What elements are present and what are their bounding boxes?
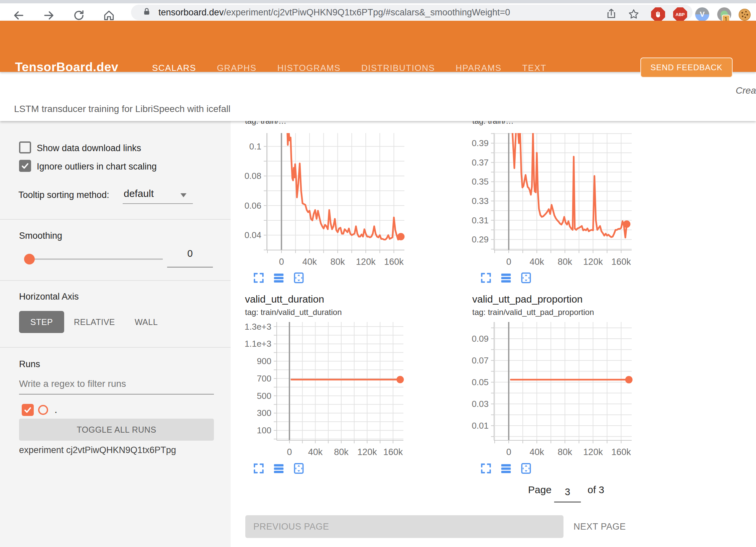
share-icon[interactable]	[606, 8, 617, 21]
chart-header-valid-utt-duration: valid_utt_duration tag: train/valid_utt_…	[245, 294, 342, 317]
chevron-down-icon[interactable]	[180, 193, 186, 197]
show-download-links-label: Show data download links	[37, 143, 141, 153]
chart-tag: tag: train/valid_utt_duration	[245, 308, 342, 317]
settings-sidebar: Show data download links Ignore outliers…	[0, 121, 231, 547]
x-tick-label: 160k	[383, 447, 403, 457]
chart-tag-clipped: tag: train/…	[472, 120, 629, 126]
x-tick-label: 80k	[558, 257, 573, 267]
ignore-outliers-label: Ignore outliers in chart scaling	[37, 161, 157, 172]
runs-filter-input[interactable]	[19, 378, 214, 389]
created-text-fragment: Crea	[736, 85, 756, 96]
chart-toolbar-4	[480, 462, 532, 475]
fit-domain-icon[interactable]	[520, 462, 532, 475]
smoothing-slider-track[interactable]	[35, 258, 163, 260]
x-tick-label: 160k	[611, 257, 631, 267]
expand-chart-icon[interactable]	[252, 271, 265, 284]
chart-title: valid_utt_duration	[245, 294, 342, 305]
expand-chart-icon[interactable]	[480, 462, 492, 475]
x-tick-label: 120k	[583, 447, 603, 457]
chart-plot-area-3[interactable]	[277, 322, 403, 440]
chart-plot-area-2[interactable]	[494, 133, 632, 250]
tab-hparams[interactable]: HPARAMS	[456, 63, 501, 73]
forward-icon[interactable]	[42, 9, 55, 22]
app-header: TensorBoard.dev SCALARS GRAPHS HISTOGRAM…	[0, 21, 756, 72]
cookie-icon[interactable]	[738, 8, 752, 22]
runs-filter-underline	[19, 394, 214, 395]
smoothing-label: Smoothing	[19, 231, 62, 241]
x-tick-label: 120k	[583, 257, 603, 267]
send-feedback-button[interactable]: SEND FEEDBACK	[640, 58, 733, 78]
y-tick-label: 0.08	[244, 171, 261, 181]
next-page-button[interactable]: NEXT PAGE	[574, 522, 626, 532]
chart-toolbar-1	[252, 271, 305, 284]
tab-text[interactable]: TEXT	[522, 63, 546, 73]
previous-page-button[interactable]: PREVIOUS PAGE	[245, 515, 563, 538]
x-tick-label: 0	[506, 447, 511, 457]
page-label: Page	[528, 484, 551, 496]
x-tick-label: 80k	[558, 447, 573, 457]
chart-plot-area-1[interactable]	[267, 133, 404, 250]
smoothing-slider-thumb[interactable]	[24, 254, 35, 264]
x-tick-label: 40k	[529, 447, 544, 457]
y-tick-label: 0.1	[249, 141, 261, 151]
y-tick-label: 500	[257, 391, 271, 401]
y-tick-label: 0.09	[472, 334, 489, 344]
home-icon[interactable]	[102, 9, 116, 22]
toggle-all-runs-button[interactable]: TOGGLE ALL RUNS	[19, 419, 214, 441]
tooltip-sorting-dropdown[interactable]: default	[124, 188, 154, 199]
x-tick-label: 40k	[308, 447, 323, 457]
page-number-input[interactable]: 3	[554, 486, 581, 498]
x-tick-label: 0	[279, 257, 284, 267]
run-name: .	[54, 404, 57, 415]
reload-icon[interactable]	[72, 9, 86, 22]
tab-distributions[interactable]: DISTRIBUTIONS	[361, 63, 435, 73]
abp-icon[interactable]: ABP	[673, 7, 687, 21]
tooltip-sorting-label: Tooltip sorting method:	[18, 190, 109, 200]
y-tick-label: 0.04	[244, 230, 261, 240]
stop-hand-icon[interactable]	[651, 7, 665, 21]
runs-list-icon[interactable]	[272, 271, 285, 284]
y-tick-label: 0.37	[472, 157, 489, 168]
runs-list-icon[interactable]	[500, 462, 512, 475]
run-checkbox[interactable]	[22, 404, 34, 416]
x-tick-label: 40k	[302, 257, 317, 267]
experiment-info-bar: Crea LSTM transducer training for LibriS…	[0, 72, 756, 121]
star-icon[interactable]	[628, 8, 640, 21]
divider	[0, 219, 231, 220]
runs-list-icon[interactable]	[272, 462, 285, 475]
chart-plot-area-4[interactable]	[494, 322, 632, 440]
tab-graphs[interactable]: GRAPHS	[217, 63, 257, 73]
y-tick-label: 0.39	[472, 138, 489, 148]
back-icon[interactable]	[12, 9, 25, 22]
page-input-underline	[554, 502, 581, 503]
y-tick-label: 700	[257, 373, 271, 384]
expand-chart-icon[interactable]	[480, 271, 492, 284]
x-tick-label: 160k	[611, 447, 631, 457]
tab-scalars[interactable]: SCALARS	[152, 63, 196, 73]
smoothing-value-input[interactable]: 0	[167, 248, 213, 259]
x-tick-label: 0	[287, 447, 292, 457]
fit-domain-icon[interactable]	[520, 271, 532, 284]
v-icon[interactable]: V	[695, 7, 709, 21]
y-tick-label: 0.35	[472, 177, 489, 187]
fit-domain-icon[interactable]	[292, 462, 305, 475]
axis-step-button[interactable]: STEP	[19, 311, 64, 333]
tab-histograms[interactable]: HISTOGRAMS	[277, 63, 341, 73]
axis-wall-button[interactable]: WALL	[129, 311, 164, 333]
x-tick-label: 120k	[356, 257, 376, 267]
ignore-outliers-checkbox[interactable]	[19, 160, 31, 172]
y-tick-label: 0.01	[472, 421, 489, 431]
x-tick-label: 80k	[334, 447, 349, 457]
fit-domain-icon[interactable]	[292, 271, 305, 284]
dropdown-underline	[123, 203, 193, 204]
browser-tab-strip	[0, 0, 756, 3]
chart-tag: tag: train/valid_utt_pad_proportion	[472, 308, 594, 317]
runs-label: Runs	[19, 359, 40, 369]
axis-relative-button[interactable]: RELATIVE	[70, 311, 119, 333]
show-download-links-checkbox[interactable]	[19, 141, 31, 153]
runs-list-icon[interactable]	[500, 271, 512, 284]
expand-chart-icon[interactable]	[252, 462, 265, 475]
chart-toolbar-2	[480, 271, 532, 284]
y-tick-label: 1.1e+3	[245, 339, 271, 349]
chart-header-valid-utt-pad-proportion: valid_utt_pad_proportion tag: train/vali…	[472, 294, 594, 317]
